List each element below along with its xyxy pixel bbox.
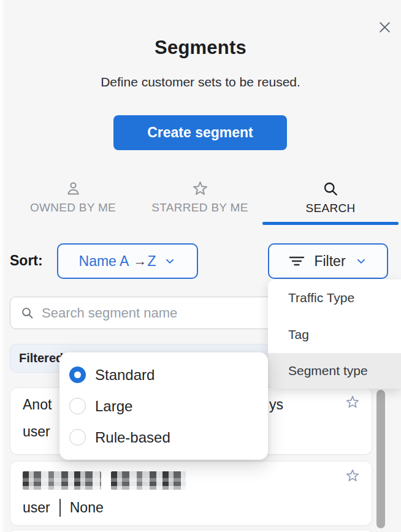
redacted-segment-title [111, 471, 186, 490]
segment-meta-user: user [23, 500, 50, 516]
segment-card[interactable]: user None [10, 461, 372, 526]
segment-card-partial [10, 530, 372, 532]
filter-dropdown[interactable]: Filter [268, 243, 388, 279]
search-icon [20, 306, 34, 320]
page-title: Segments [0, 37, 401, 59]
radio-option-rule-based[interactable]: Rule-based [59, 422, 268, 453]
sort-dropdown[interactable]: Name A → Z [57, 243, 198, 279]
filter-label: Filter [314, 253, 345, 270]
radio-label: Large [95, 398, 132, 415]
tab-label: OWNED BY ME [30, 201, 116, 215]
segment-title-fragment: Anot [23, 397, 52, 413]
scrollbar-thumb[interactable] [376, 390, 385, 528]
menu-item-segment-type[interactable]: Segment type [268, 353, 401, 389]
radio-option-large[interactable]: Large [59, 390, 268, 422]
meta-divider [59, 499, 61, 517]
star-icon [192, 180, 208, 197]
active-tab-underline [262, 222, 399, 225]
tab-starred-by-me[interactable]: STARRED BY ME [136, 180, 264, 224]
tab-owned-by-me[interactable]: OWNED BY ME [10, 180, 136, 224]
filter-lines-icon [289, 254, 305, 268]
radio-option-standard[interactable]: Standard [59, 359, 268, 390]
star-icon[interactable] [345, 468, 360, 483]
redacted-segment-title [23, 471, 101, 490]
sort-arrow: → [133, 253, 147, 269]
segment-type-popup: Standard Large Rule-based [59, 352, 268, 460]
segment-meta: user [23, 424, 50, 440]
radio-selected-icon[interactable] [69, 367, 86, 383]
tab-label: STARRED BY ME [151, 201, 248, 215]
tab-search[interactable]: SEARCH [262, 180, 399, 224]
segment-meta-type: None [70, 500, 104, 516]
radio-label: Rule-based [95, 429, 170, 446]
create-segment-button[interactable]: Create segment [113, 115, 287, 150]
menu-item-tag[interactable]: Tag [268, 316, 401, 353]
segment-meta: user None [23, 499, 104, 517]
search-icon [322, 180, 339, 197]
person-icon [65, 180, 82, 197]
sort-value: Name A [79, 253, 129, 270]
filter-menu: Traffic Type Tag Segment type [268, 279, 401, 389]
radio-unselected-icon[interactable] [69, 398, 86, 414]
segments-drawer: Segments Define customer sets to be reus… [0, 0, 401, 532]
sort-label: Sort: [10, 253, 43, 269]
sort-value-end: Z [147, 253, 156, 270]
menu-item-traffic-type[interactable]: Traffic Type [268, 279, 401, 316]
star-icon[interactable] [345, 395, 360, 409]
tab-label: SEARCH [306, 202, 356, 215]
close-icon[interactable] [376, 18, 393, 36]
segment-title-fragment: ys [269, 397, 283, 413]
chevron-down-icon [164, 255, 176, 267]
chevron-down-icon [355, 255, 367, 267]
radio-label: Standard [95, 367, 155, 384]
page-subtitle: Define customer sets to be reused. [0, 75, 401, 89]
radio-unselected-icon[interactable] [69, 429, 86, 446]
